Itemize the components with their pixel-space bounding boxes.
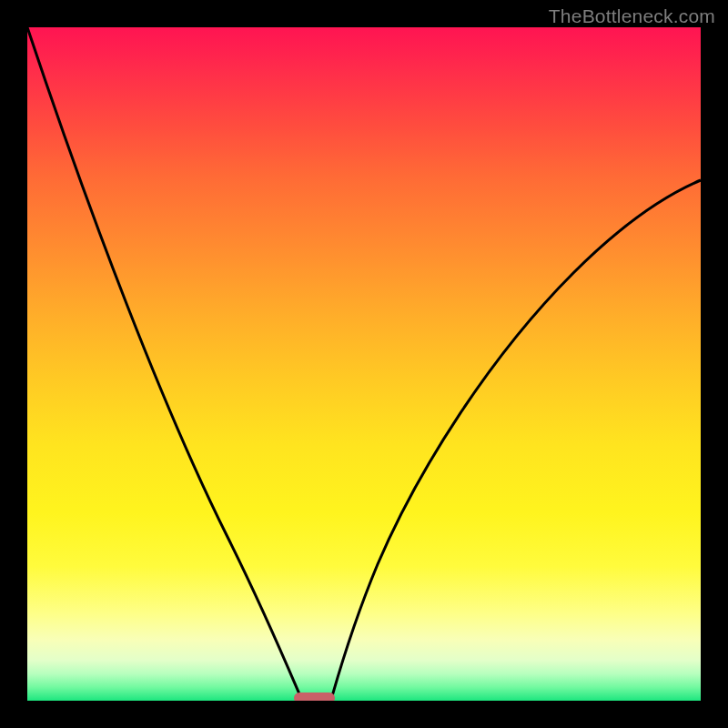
curve-layer [27, 27, 701, 701]
chart-frame: TheBottleneck.com [0, 0, 728, 728]
plot-area [27, 27, 701, 701]
minimum-marker [294, 693, 335, 701]
watermark-text: TheBottleneck.com [549, 5, 715, 27]
curve-right-arm [332, 180, 701, 696]
curve-left-arm [27, 27, 300, 696]
